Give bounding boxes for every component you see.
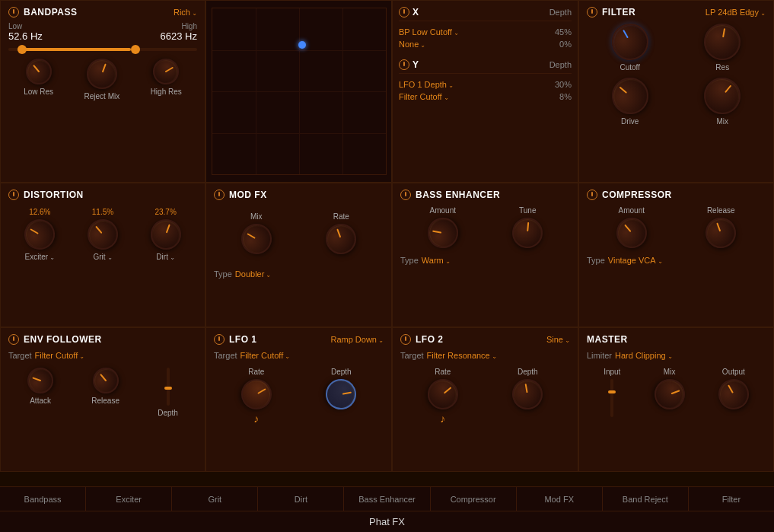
modfx-rate-knob[interactable] [322, 219, 361, 258]
filter-mix-knob[interactable] [696, 70, 748, 122]
tab-bass-enhancer[interactable]: Bass Enhancer [344, 487, 430, 511]
comp-release-knob[interactable] [702, 213, 741, 252]
tab-dirt[interactable]: Dirt [258, 487, 344, 511]
modfx-type-label: Type [214, 269, 232, 279]
bass-type-dropdown[interactable]: Warm [422, 256, 451, 265]
modx-target-dropdown[interactable]: BP Low Cutoff [399, 27, 459, 37]
filter-res-knob[interactable] [701, 21, 744, 63]
mody-filter-dropdown[interactable]: Filter Cutoff [399, 92, 449, 101]
lfo2-depth-knob[interactable] [510, 377, 545, 412]
comp-type-dropdown[interactable]: Vintage VCA [608, 256, 663, 265]
lfo1-title: LFO 1 [229, 334, 257, 345]
bp-rejectmix-knob[interactable] [82, 54, 121, 93]
tab-bandpass[interactable]: Bandpass [0, 487, 86, 511]
mody-filter-value: 8% [559, 92, 572, 101]
bass-tune-knob[interactable] [511, 216, 544, 249]
bass-amount-knob[interactable] [425, 215, 460, 250]
xy-dot[interactable] [298, 41, 306, 49]
lfo2-depth-label: Depth [518, 368, 538, 376]
dist-grit-label[interactable]: Grit [93, 253, 112, 261]
lfo1-shape-dropdown[interactable]: Ramp Down [330, 335, 384, 344]
bass-power[interactable] [400, 190, 411, 200]
modx-power[interactable] [399, 7, 409, 18]
master-input-slider[interactable] [610, 379, 613, 417]
bp-lowres-label: Low Res [24, 88, 53, 96]
lfo2-target-dropdown[interactable]: Filter Resonance [427, 351, 497, 360]
filter-drive-label: Drive [621, 117, 639, 126]
tab-grit[interactable]: Grit [172, 487, 258, 511]
dist-exciter-label[interactable]: Exciter [25, 253, 56, 261]
lfo1-rate-knob[interactable] [235, 374, 277, 416]
modfx-type-row: Type Doubler [214, 269, 384, 279]
bass-tune-container: Tune [512, 206, 543, 248]
env-release-container: Release [91, 368, 119, 417]
tab-band-reject[interactable]: Band Reject [603, 487, 689, 511]
distortion-panel: DISTORTION 12.6% Exciter 11.5% Grit 23.7… [0, 183, 205, 327]
filter-type-dropdown[interactable]: LP 24dB Edgy [706, 8, 766, 17]
lfo1-panel: LFO 1 Ramp Down Target Filter Cutoff Rat… [205, 327, 392, 472]
master-output-knob[interactable] [713, 374, 755, 416]
bp-rejectmix-label: Reject Mix [84, 92, 120, 100]
env-power[interactable] [8, 334, 19, 345]
compressor-power[interactable] [587, 190, 597, 200]
env-target-dropdown[interactable]: Filter Cutoff [35, 351, 85, 360]
lfo1-depth-knob[interactable] [323, 377, 358, 412]
lfo1-target-dropdown[interactable]: Filter Cutoff [240, 351, 291, 360]
bp-highres-knob[interactable] [148, 54, 183, 89]
env-attack-knob[interactable] [24, 364, 57, 397]
modfx-power[interactable] [214, 190, 225, 200]
tab-exciter[interactable]: Exciter [86, 487, 172, 511]
bp-high-freq: 6623 Hz [161, 30, 197, 42]
modxy-panel: X Depth BP Low Cutoff 45% None 0% [392, 0, 578, 183]
bp-low-thumb[interactable] [18, 45, 27, 54]
lfo1-power[interactable] [214, 334, 225, 345]
bp-lowres-knob[interactable] [21, 53, 57, 90]
xy-pad[interactable] [212, 8, 387, 175]
distortion-power[interactable] [8, 190, 19, 200]
bp-high-label: High [161, 22, 197, 30]
master-limiter-label: Limiter [587, 351, 612, 360]
modxy-y-section: Y Depth LFO 1 Depth 30% Filter Cutoff 8% [399, 59, 572, 103]
master-limiter-dropdown[interactable]: Hard Clipping [615, 351, 673, 360]
tab-compressor[interactable]: Compressor [431, 487, 517, 511]
dist-dirt-value: 23.7% [154, 208, 176, 216]
filter-drive-knob[interactable] [604, 70, 656, 122]
bp-high-thumb[interactable] [131, 45, 140, 54]
lfo2-power[interactable] [400, 334, 411, 345]
comp-type-label: Type [587, 256, 605, 265]
bass-type-row: Type Warm [400, 256, 570, 265]
bandpass-mode-dropdown[interactable]: Rich [174, 8, 197, 17]
compressor-title: COMPRESSOR [602, 190, 672, 200]
dist-dirt-knob[interactable] [146, 215, 185, 253]
bandpass-power[interactable] [8, 7, 19, 18]
modfx-mix-knob[interactable] [235, 218, 277, 260]
lfo2-shape-dropdown[interactable]: Sine [546, 335, 570, 344]
mody-power[interactable] [399, 59, 409, 70]
mody-lfo-dropdown[interactable]: LFO 1 Depth [399, 80, 454, 89]
master-mix-knob[interactable] [650, 374, 689, 413]
env-depth-slider[interactable] [167, 368, 170, 406]
filter-panel: FILTER LP 24dB Edgy Cutoff Res Drive [578, 0, 774, 183]
dist-exciter-knob[interactable] [19, 214, 61, 256]
modfx-rate-container: Rate [326, 212, 356, 254]
filter-cutoff-knob[interactable] [605, 17, 655, 67]
lfo1-rate-label: Rate [248, 368, 264, 376]
filter-power[interactable] [587, 7, 597, 18]
tab-filter[interactable]: Filter [689, 487, 774, 511]
bp-slider-track[interactable] [8, 48, 197, 51]
modx-none-dropdown[interactable]: None [399, 40, 425, 49]
bp-highres-container: High Res [151, 59, 182, 100]
lfo2-rate-label: Rate [435, 368, 451, 376]
modfx-type-dropdown[interactable]: Doubler [235, 269, 272, 279]
comp-amount-knob[interactable] [610, 212, 653, 254]
env-release-knob[interactable] [88, 362, 124, 399]
tab-mod-fx[interactable]: Mod FX [517, 487, 603, 511]
bass-amount-label: Amount [430, 206, 456, 215]
env-release-label: Release [91, 397, 119, 405]
lfo2-rate-knob[interactable] [422, 373, 464, 416]
dist-dirt-label[interactable]: Dirt [156, 253, 175, 261]
lfo2-note-icon: ♪ [440, 413, 445, 425]
bass-tune-label: Tune [519, 206, 536, 215]
dist-grit-knob[interactable] [81, 213, 124, 256]
modfx-mix-container: Mix [241, 212, 272, 254]
